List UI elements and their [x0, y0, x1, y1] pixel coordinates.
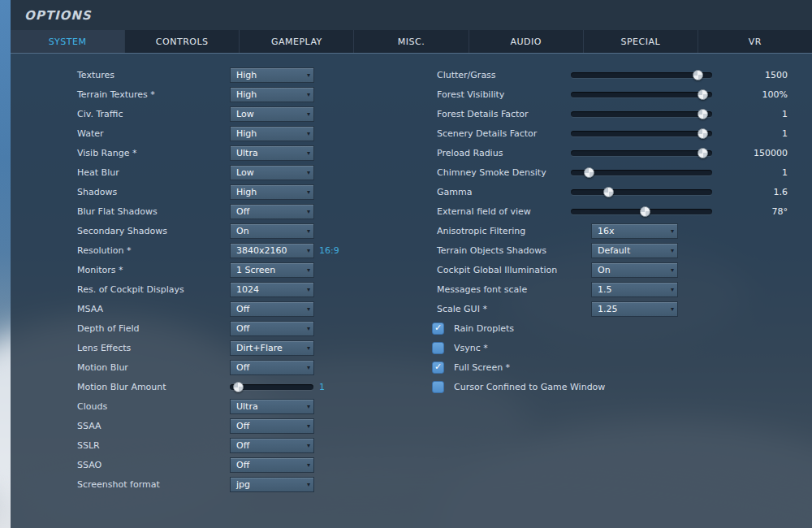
- chevron-down-icon: ▾: [671, 302, 674, 316]
- sslr-dropdown-value: Off: [236, 440, 249, 451]
- row-scale-gui: Scale GUI *1.25▾: [11, 301, 812, 318]
- preload-radius-value: 150000: [754, 145, 788, 162]
- chevron-down-icon: ▾: [307, 419, 310, 433]
- gamma-value: 1.6: [774, 184, 788, 201]
- row-anisotropic-filtering: Anisotropic Filtering16x▾: [11, 223, 812, 240]
- label-vsync: Vsync *: [454, 340, 488, 357]
- label-cockpit-global-illumination: Cockpit Global Illumination: [437, 262, 557, 279]
- clouds-dropdown[interactable]: Ultra▾: [230, 399, 314, 414]
- forest-visibility-slider-track[interactable]: [571, 92, 712, 97]
- checkmark-icon: ✓: [434, 362, 442, 371]
- row-forest-visibility: Forest Visibility100%: [11, 87, 812, 103]
- forest-details-factor-value: 1: [782, 106, 788, 123]
- chevron-down-icon: ▾: [671, 224, 674, 238]
- label-ssao: SSAO: [77, 457, 102, 474]
- chimney-smoke-density-value: 1: [782, 165, 788, 181]
- row-clouds: CloudsUltra▾: [11, 399, 812, 415]
- label-screenshot-format: Screenshot format: [77, 477, 160, 493]
- label-sslr: SSLR: [77, 438, 100, 454]
- messages-font-scale-dropdown[interactable]: 1.5▾: [591, 282, 678, 297]
- ssaa-dropdown[interactable]: Off▾: [230, 418, 314, 434]
- row-scenery-details-factor: Scenery Details Factor1: [11, 126, 812, 142]
- full-screen-checkbox[interactable]: ✓: [432, 361, 444, 374]
- label-clouds: Clouds: [77, 399, 107, 415]
- row-ssaa: SSAAOff▾: [11, 418, 812, 435]
- tab-gameplay[interactable]: GAMEPLAY: [240, 30, 354, 53]
- label-full-screen: Full Screen *: [454, 360, 510, 376]
- tab-controls[interactable]: CONTROLS: [125, 30, 240, 53]
- label-messages-font-scale: Messages font scale: [437, 282, 527, 298]
- scenery-details-factor-slider-track[interactable]: [571, 131, 712, 136]
- row-terrain-objects-shadows: Terrain Objects ShadowsDefault▾: [11, 243, 812, 259]
- label-forest-visibility: Forest Visibility: [437, 87, 504, 103]
- row-cockpit-global-illumination: Cockpit Global IlluminationOn▾: [11, 262, 812, 279]
- label-forest-details-factor: Forest Details Factor: [437, 106, 529, 123]
- tab-vr[interactable]: VR: [698, 30, 812, 53]
- row-rain-droplets: Rain Droplets✓: [11, 321, 812, 337]
- label-preload-radius: Preload Radius: [437, 145, 503, 162]
- settings-panel: TexturesHigh▾Terrain Textures *High▾Civ.…: [11, 53, 812, 528]
- chevron-down-icon: ▾: [671, 263, 674, 277]
- forest-visibility-value: 100%: [762, 87, 788, 103]
- chevron-down-icon: ▾: [307, 478, 310, 491]
- forest-details-factor-slider-handle[interactable]: [698, 109, 708, 119]
- terrain-objects-shadows-dropdown[interactable]: Default▾: [591, 243, 678, 258]
- tab-audio[interactable]: AUDIO: [469, 30, 584, 53]
- row-full-screen: Full Screen *✓: [11, 360, 812, 376]
- forest-visibility-slider[interactable]: [571, 89, 712, 100]
- chevron-down-icon: ▾: [307, 439, 310, 452]
- options-window: OPTIONS SYSTEMCONTROLSGAMEPLAYMISC.AUDIO…: [11, 0, 812, 528]
- label-terrain-objects-shadows: Terrain Objects Shadows: [437, 243, 546, 259]
- forest-details-factor-slider-track[interactable]: [571, 111, 712, 117]
- chimney-smoke-density-slider-handle[interactable]: [584, 167, 594, 178]
- tab-system[interactable]: SYSTEM: [11, 30, 125, 53]
- preload-radius-slider-handle[interactable]: [698, 148, 708, 158]
- label-external-field-of-view: External field of view: [437, 204, 531, 220]
- preload-radius-slider[interactable]: [571, 148, 712, 158]
- row-clutter-grass: Clutter/Grass1500: [11, 67, 812, 84]
- anisotropic-filtering-dropdown-value: 16x: [598, 226, 615, 236]
- messages-font-scale-dropdown-value: 1.5: [598, 284, 612, 295]
- row-gamma: Gamma1.6: [11, 184, 812, 201]
- scale-gui-dropdown[interactable]: 1.25▾: [591, 301, 678, 317]
- scale-gui-dropdown-value: 1.25: [598, 304, 618, 314]
- label-scenery-details-factor: Scenery Details Factor: [437, 126, 537, 142]
- sslr-dropdown[interactable]: Off▾: [230, 438, 314, 453]
- scenery-details-factor-slider-handle[interactable]: [698, 128, 708, 139]
- ssaa-dropdown-value: Off: [236, 421, 249, 431]
- gamma-slider[interactable]: [571, 187, 712, 197]
- ssao-dropdown[interactable]: Off▾: [230, 457, 314, 473]
- cockpit-global-illumination-dropdown-value: On: [598, 265, 611, 275]
- external-field-of-view-slider-handle[interactable]: [640, 206, 650, 217]
- scenery-details-factor-slider[interactable]: [571, 128, 712, 139]
- ssao-dropdown-value: Off: [236, 460, 249, 470]
- screenshot-format-dropdown[interactable]: jpg▾: [230, 477, 314, 492]
- row-external-field-of-view: External field of view78°: [11, 204, 812, 220]
- tab-special[interactable]: SPECIAL: [584, 30, 698, 53]
- gamma-slider-handle[interactable]: [603, 187, 614, 197]
- forest-details-factor-slider[interactable]: [571, 109, 712, 119]
- label-rain-droplets: Rain Droplets: [454, 321, 514, 337]
- cursor-confined-to-game-window-checkbox[interactable]: [432, 381, 444, 393]
- clutter-grass-value: 1500: [765, 67, 788, 84]
- clutter-grass-slider[interactable]: [571, 70, 712, 80]
- label-scale-gui: Scale GUI *: [437, 301, 487, 318]
- label-cursor-confined-to-game-window: Cursor Confined to Game Window: [454, 379, 605, 396]
- clutter-grass-slider-handle[interactable]: [693, 70, 703, 80]
- tab-misc[interactable]: MISC.: [354, 30, 469, 53]
- preload-radius-slider-track[interactable]: [571, 150, 712, 156]
- forest-visibility-slider-handle[interactable]: [698, 89, 708, 100]
- row-ssao: SSAOOff▾: [11, 457, 812, 474]
- external-field-of-view-slider[interactable]: [571, 206, 712, 217]
- cockpit-global-illumination-dropdown[interactable]: On▾: [591, 262, 678, 278]
- vsync-checkbox[interactable]: [432, 342, 444, 354]
- chimney-smoke-density-slider[interactable]: [571, 167, 712, 178]
- rain-droplets-checkbox[interactable]: ✓: [432, 322, 444, 335]
- clouds-dropdown-value: Ultra: [236, 401, 258, 412]
- anisotropic-filtering-dropdown[interactable]: 16x▾: [591, 223, 678, 239]
- label-gamma: Gamma: [437, 184, 472, 201]
- clutter-grass-slider-track[interactable]: [571, 72, 712, 78]
- chevron-down-icon: ▾: [671, 244, 674, 258]
- chevron-down-icon: ▾: [307, 400, 310, 413]
- gamma-slider-track[interactable]: [571, 189, 712, 195]
